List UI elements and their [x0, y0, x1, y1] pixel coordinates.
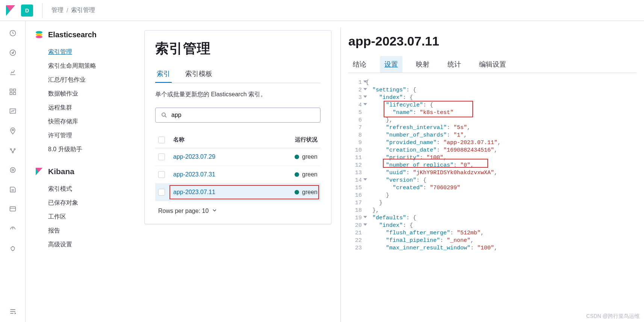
nav-advanced[interactable]: 高级设置 — [48, 238, 135, 252]
breadcrumb-item[interactable]: 管理 — [51, 6, 63, 14]
section-title: Kibana — [48, 167, 74, 176]
nav-transforms[interactable]: 数据帧作业 — [48, 87, 135, 101]
visualize-icon[interactable] — [8, 68, 17, 77]
header-divider — [42, 3, 42, 18]
search-input[interactable] — [171, 112, 315, 118]
dashboard-icon[interactable] — [8, 87, 17, 96]
elasticsearch-logo-icon — [35, 30, 44, 39]
table-row[interactable]: app-2023.07.29 green — [155, 148, 320, 166]
page-title: 索引管理 — [155, 39, 320, 58]
svg-point-16 — [36, 36, 42, 38]
tab-indices[interactable]: 索引 — [155, 65, 172, 83]
nav-upgrade[interactable]: 8.0 升级助手 — [48, 143, 135, 156]
status-cell: green — [276, 189, 317, 196]
main-tabs: 索引 索引模板 — [155, 65, 320, 83]
section-kibana: Kibana — [35, 167, 135, 176]
breadcrumb: 管理 / 索引管理 — [51, 6, 95, 14]
pager[interactable]: Rows per page: 10 — [155, 201, 320, 216]
svg-point-14 — [36, 31, 42, 34]
infrastructure-icon[interactable] — [8, 166, 17, 175]
kibana-logo-icon[interactable] — [5, 5, 17, 17]
nav-reporting[interactable]: 报告 — [48, 224, 135, 238]
breadcrumb-item: 索引管理 — [71, 6, 95, 14]
dtab-edit[interactable]: 编辑设置 — [475, 56, 511, 73]
nav-list-kibana: 索引模式 已保存对象 工作区 报告 高级设置 — [35, 182, 135, 252]
dtab-summary[interactable]: 结论 — [348, 56, 371, 73]
space-badge[interactable]: D — [21, 5, 33, 17]
svg-point-7 — [12, 129, 13, 131]
nav-index-patterns[interactable]: 索引模式 — [48, 182, 135, 196]
section-title: Elasticsearch — [48, 30, 97, 39]
status-dot-icon — [295, 172, 299, 177]
detail-tabs: 结论 设置 映射 统计 编辑设置 — [348, 56, 636, 73]
row-checkbox[interactable] — [158, 153, 165, 160]
svg-point-15 — [36, 33, 42, 36]
canvas-icon[interactable] — [8, 107, 17, 116]
dtab-stats[interactable]: 统计 — [443, 56, 466, 73]
index-link[interactable]: app-2023.07.11 — [173, 189, 215, 195]
status-cell: green — [276, 171, 317, 178]
svg-point-10 — [12, 152, 13, 153]
icon-rail — [0, 21, 26, 322]
nav-ilm[interactable]: 索引生命周期策略 — [48, 59, 135, 73]
svg-point-12 — [10, 167, 15, 172]
search-box[interactable] — [155, 108, 320, 123]
ml-icon[interactable] — [8, 146, 17, 155]
breadcrumb-separator: / — [67, 7, 68, 14]
svg-point-9 — [14, 149, 15, 150]
svg-rect-3 — [13, 89, 15, 91]
search-icon — [161, 112, 168, 118]
compass-icon[interactable] — [8, 48, 17, 57]
index-table: 名称 运行状况 app-2023.07.29 green app-2023.07… — [155, 132, 320, 201]
svg-rect-13 — [10, 207, 15, 211]
nav-saved-objects[interactable]: 已保存对象 — [48, 196, 135, 210]
json-editor[interactable]: 1{2 "settings": {3 "index": {4 "lifecycl… — [348, 79, 636, 252]
row-checkbox[interactable] — [158, 171, 165, 178]
nav-list-es: 索引管理 索引生命周期策略 汇总/打包作业 数据帧作业 远程集群 快照存储库 许… — [35, 45, 135, 156]
detail-flyout: app-2023.07.11 结论 设置 映射 统计 编辑设置 1{2 "set… — [340, 28, 644, 322]
recent-icon[interactable] — [8, 29, 17, 38]
section-elasticsearch: Elasticsearch — [35, 30, 135, 39]
table-row[interactable]: app-2023.07.11 green — [155, 184, 320, 201]
status-dot-icon — [295, 190, 299, 194]
dtab-settings[interactable]: 设置 — [380, 56, 402, 73]
nav-index-management[interactable]: 索引管理 — [48, 45, 135, 59]
svg-point-17 — [162, 113, 165, 116]
nav-snapshot[interactable]: 快照存储库 — [48, 115, 135, 129]
sidebar: Elasticsearch 索引管理 索引生命周期策略 汇总/打包作业 数据帧作… — [26, 21, 144, 322]
siem-icon[interactable] — [8, 244, 17, 253]
svg-rect-4 — [10, 93, 12, 95]
apm-icon[interactable] — [8, 205, 17, 214]
table-row[interactable]: app-2023.07.31 green — [155, 166, 320, 184]
collapse-icon[interactable] — [8, 307, 17, 316]
watermark: CSDN @跨行菜鸟运维 — [586, 313, 639, 320]
svg-point-1 — [10, 50, 15, 56]
uptime-icon[interactable] — [8, 224, 17, 233]
nav-spaces[interactable]: 工作区 — [48, 210, 135, 224]
index-link[interactable]: app-2023.07.29 — [173, 153, 215, 160]
pager-label: Rows per page: 10 — [158, 208, 209, 214]
table-header: 名称 运行状况 — [155, 132, 320, 148]
kibana-section-logo-icon — [35, 167, 44, 176]
col-status[interactable]: 运行状况 — [276, 136, 317, 143]
index-link[interactable]: app-2023.07.31 — [173, 171, 215, 178]
logs-icon[interactable] — [8, 185, 17, 194]
status-cell: green — [276, 153, 317, 160]
top-header: D 管理 / 索引管理 — [0, 0, 644, 21]
detail-title: app-2023.07.11 — [348, 34, 636, 49]
chevron-down-icon[interactable] — [212, 207, 218, 215]
nav-rollup[interactable]: 汇总/打包作业 — [48, 73, 135, 87]
nav-license[interactable]: 许可管理 — [48, 129, 135, 143]
svg-rect-5 — [13, 93, 15, 95]
page-description: 单个或批量更新您的 Elasticsearch 索引。 — [155, 91, 320, 99]
tab-templates[interactable]: 索引模板 — [184, 65, 214, 83]
row-checkbox[interactable] — [158, 189, 165, 196]
svg-rect-2 — [10, 89, 12, 91]
col-name[interactable]: 名称 — [173, 136, 276, 143]
svg-point-8 — [10, 149, 11, 150]
nav-remote-clusters[interactable]: 远程集群 — [48, 101, 135, 115]
select-all-checkbox[interactable] — [158, 137, 165, 143]
main-panel: 索引管理 索引 索引模板 单个或批量更新您的 Elasticsearch 索引。… — [144, 30, 331, 224]
dtab-mapping[interactable]: 映射 — [411, 56, 434, 73]
maps-icon[interactable] — [8, 126, 17, 135]
